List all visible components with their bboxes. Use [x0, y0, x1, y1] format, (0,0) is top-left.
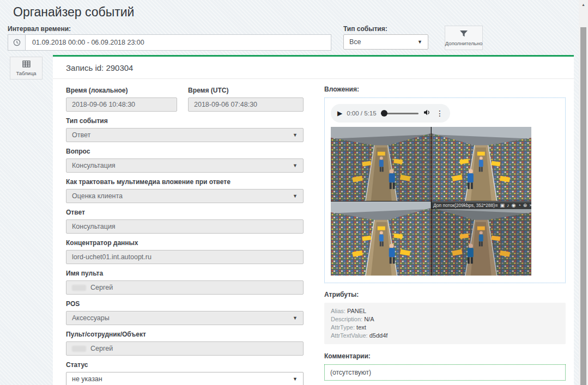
attribute-row: AttrType: text [331, 323, 559, 332]
snapshot-icon[interactable]: ▣ [500, 202, 505, 209]
audio-seek-slider[interactable] [381, 110, 419, 117]
time-local-field: 2018-09-06 10:48:30 [66, 97, 177, 112]
pos-label: POS [66, 300, 304, 308]
pos-select: Аксессуары ▼ [66, 311, 304, 325]
camera-view-4 [432, 201, 532, 276]
attributes-label: Атрибуты: [324, 291, 566, 298]
camera-view-1 [331, 127, 431, 201]
question-select: Консультация ▼ [66, 158, 304, 173]
camera-view-3 [331, 201, 431, 276]
attribute-value: text [356, 324, 366, 331]
attribute-row: Description: N/A [331, 315, 559, 323]
archive-clock-icon[interactable]: ◔ [518, 202, 520, 209]
interval-label: Интервал времени: [8, 25, 71, 33]
chevron-down-icon: ▼ [293, 132, 298, 138]
volume-icon[interactable] [423, 108, 432, 119]
page-title: Органайзер событий [13, 5, 134, 20]
event-type-field-value: Ответ [72, 131, 90, 139]
console-name-value: Сергей [90, 284, 113, 291]
attribute-key: Description: [331, 316, 362, 322]
redacted-text [72, 285, 86, 291]
chevron-down-icon: ▼ [293, 193, 298, 199]
record-form: Время (локальное) 2018-09-06 10:48:30 Вр… [66, 87, 304, 385]
question-label: Вопрос [66, 148, 304, 155]
attribute-key: Alias: [331, 308, 345, 314]
scrollbar-up-icon[interactable]: ▲ [579, 0, 588, 9]
attribute-row: AttrTextValue: d5dd4f [331, 332, 559, 340]
question-value: Консультация [72, 162, 116, 169]
attribute-value: d5dd4f [369, 332, 388, 339]
event-type-field-select: Ответ ▼ [66, 128, 304, 142]
data-hub-field: lord-uchet01.int.autoopt.ru [66, 250, 304, 264]
event-type-select[interactable]: Все ▼ [343, 34, 428, 50]
time-local-label: Время (локальное) [66, 87, 177, 94]
chevron-down-icon: ▼ [417, 39, 422, 45]
console-employee-object-field: Сергей [66, 341, 304, 356]
time-utc-field: 2018-09-06 07:48:30 [188, 97, 304, 112]
chevron-down-icon: ▼ [293, 163, 298, 168]
media-treatment-label: Как трактовать мультимедиа вложение при … [66, 178, 304, 186]
answer-value: Консультация [72, 223, 116, 230]
interval-input-group [8, 34, 331, 51]
media-treatment-value: Оценка клиента [72, 192, 123, 200]
record-id-header: Запись id: 290304 [53, 57, 574, 79]
comments-label: Комментарии: [324, 352, 566, 360]
attribute-key: AttrTextValue: [331, 332, 368, 339]
scrollbar-thumb[interactable] [580, 27, 586, 385]
answer-label: Ответ [66, 209, 304, 216]
seek-handle[interactable] [381, 110, 387, 117]
comments-box: (отсутствуют) [324, 364, 566, 381]
video-attachment[interactable]: Доп поток(209kbps, 352*288) ≡ ▣ ♪ ◉ ◔ ⊕ … [331, 127, 531, 276]
camera-view-2 [432, 127, 532, 201]
attachments-label: Вложения: [324, 85, 566, 93]
redacted-text [72, 346, 86, 352]
advanced-filter-button[interactable]: Дополнительно [445, 26, 483, 50]
stream-info-text: Доп поток(209kbps, 352*288) [433, 203, 495, 208]
time-utc-label: Время (UTC) [188, 87, 304, 94]
console-name-label: Имя пульта [66, 270, 304, 277]
answer-field: Консультация [66, 219, 304, 234]
table-button-label: Таблица [16, 70, 36, 76]
record-panel: Запись id: 290304 Время (локальное) 2018… [53, 55, 574, 385]
audio-time-display: 0:00 / 5:15 [347, 110, 376, 117]
chevron-down-icon: ▼ [293, 315, 298, 321]
data-hub-label: Концентратор данных [66, 239, 304, 247]
stream-toggle-icon[interactable]: ≡ [495, 202, 498, 209]
event-type-field-label: Тип события [66, 117, 304, 125]
console-employee-object-label: Пульт/сотрудник/Объект [66, 331, 304, 338]
media-treatment-select: Оценка клиента ▼ [66, 189, 304, 203]
attribute-value: N/A [364, 316, 374, 322]
data-hub-value: lord-uchet01.int.autoopt.ru [72, 253, 151, 261]
attribute-key: AttrType: [331, 324, 355, 331]
console-employee-object-value: Сергей [90, 345, 113, 352]
table-view-button[interactable]: Таблица [10, 57, 43, 80]
chevron-down-icon: ▼ [293, 376, 298, 382]
table-icon [22, 60, 31, 69]
console-name-field: Сергей [66, 280, 304, 295]
status-label: Статус [66, 361, 304, 369]
status-value: не указан [72, 375, 102, 383]
stream-info-overlay: Доп поток(209kbps, 352*288) ≡ ▣ ♪ ◉ ◔ ⊕ … [431, 202, 531, 209]
attachments-container: ▶ 0:00 / 5:15 ⋮ Доп пото [324, 97, 566, 283]
time-utc-value: 2018-09-06 07:48:30 [194, 101, 257, 108]
audio-stream-icon[interactable]: ♪ [507, 202, 510, 209]
event-type-label: Тип события: [343, 25, 387, 33]
comments-empty-text: (отсутствуют) [330, 369, 371, 376]
attributes-box: Alias: PANEL Description: N/A AttrType: … [324, 303, 566, 344]
close-icon[interactable]: × [529, 202, 531, 209]
status-select[interactable]: не указан ▼ [66, 372, 304, 385]
time-local-value: 2018-09-06 10:48:30 [72, 101, 135, 108]
clock-icon [8, 34, 25, 51]
kebab-menu-icon[interactable]: ⋮ [436, 109, 444, 117]
pos-value: Аксессуары [72, 314, 110, 322]
advanced-filter-label: Дополнительно [445, 40, 482, 46]
event-type-value: Все [349, 38, 361, 46]
audio-player: ▶ 0:00 / 5:15 ⋮ [331, 104, 450, 123]
attribute-row: Alias: PANEL [331, 307, 559, 315]
vertical-scrollbar[interactable]: ▲ [579, 0, 588, 385]
record-icon[interactable]: ◉ [511, 202, 516, 209]
interval-input[interactable] [25, 34, 331, 51]
filter-funnel-icon [459, 30, 468, 39]
play-icon[interactable]: ▶ [337, 110, 342, 117]
zoom-icon[interactable]: ⊕ [523, 202, 528, 209]
